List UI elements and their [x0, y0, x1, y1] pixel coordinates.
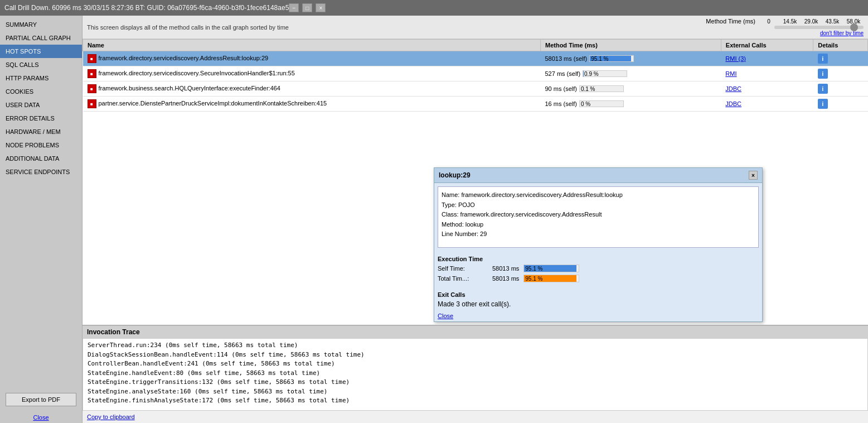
- table-row[interactable]: ■framework.directory.servicediscovery.Se…: [83, 66, 868, 81]
- maximize-button[interactable]: □: [302, 3, 312, 12]
- description-text: This screen displays all of the method c…: [87, 24, 706, 31]
- filter-link[interactable]: don't filter by time: [820, 30, 864, 36]
- row-time-text: 16 ms (self): [545, 100, 576, 107]
- popup-title: lookup:29: [439, 171, 471, 179]
- popup-execution-title: Execution Time: [438, 256, 759, 262]
- col-name: Name: [83, 40, 541, 51]
- row-pct-bar-bg: 95.1 %: [589, 55, 634, 62]
- row-name-cell: ■framework.directory.servicediscovery.Ad…: [83, 51, 541, 66]
- row-name-text: partner.service.DienstePartnerDruckServi…: [99, 100, 327, 107]
- popup-exit-section: Exit Calls Made 3 other exit call(s).: [434, 287, 762, 310]
- row-name-cell: ■partner.service.DienstePartnerDruckServ…: [83, 97, 541, 112]
- popup-self-time-label: Self Time:: [438, 265, 488, 272]
- table-row[interactable]: ■framework.directory.servicediscovery.Ad…: [83, 51, 868, 66]
- popup-self-time-pct: 95.1 %: [525, 266, 542, 272]
- row-name-cell: ■framework.business.search.HQLQueryInter…: [83, 81, 541, 97]
- popup-exit-calls-title: Exit Calls: [438, 291, 759, 298]
- popup-exit-calls-text: Made 3 other exit call(s).: [438, 300, 759, 308]
- row-method-time-cell: 90 ms (self)0.1 %: [540, 81, 721, 97]
- trace-line: StateEngine.analyseState:160 (0ms self t…: [88, 387, 863, 397]
- trace-content[interactable]: ServerThread.run:234 (0ms self time, 586…: [83, 338, 868, 411]
- popup-info-line: Class: framework.directory.servicediscov…: [442, 210, 755, 220]
- row-external-cell: JDBC: [721, 97, 813, 112]
- trace-line: StateEngine.handleEvent:80 (0ms self tim…: [88, 369, 863, 378]
- popup-title-bar: lookup:29 ×: [434, 168, 762, 183]
- copy-clipboard-link[interactable]: Copy to clipboard: [87, 414, 135, 420]
- row-pct-text: 0.9 %: [584, 71, 599, 78]
- popup-info-box: Name: framework.directory.servicediscove…: [438, 186, 759, 248]
- popup-total-time-value: 58013 ms: [492, 275, 519, 282]
- popup-self-time-row: Self Time: 58013 ms 95.1 %: [438, 265, 759, 272]
- info-button[interactable]: i: [818, 99, 828, 109]
- row-name-cell: ■framework.directory.servicediscovery.Se…: [83, 66, 541, 81]
- popup-self-time-value: 58013 ms: [492, 265, 519, 272]
- sidebar-item-user-data[interactable]: USER DATA: [0, 98, 82, 112]
- popup-info-lines: Name: framework.directory.servicediscove…: [442, 190, 755, 239]
- sidebar-items: SUMMARYPARTIAL CALL GRAPHHOT SPOTSSQL CA…: [0, 18, 82, 179]
- slider-thumb[interactable]: [850, 23, 858, 31]
- tick-2: 29.0k: [801, 18, 821, 25]
- sidebar-item-summary[interactable]: SUMMARY: [0, 18, 82, 31]
- methods-table: Name Method Time (ms) External Calls Det…: [83, 39, 868, 112]
- row-method-time-cell: 16 ms (self)0 %: [540, 97, 721, 112]
- sidebar-item-hardware-mem[interactable]: HARDWARE / MEM: [0, 125, 82, 138]
- sidebar-item-additional-data[interactable]: ADDITIONAL DATA: [0, 152, 82, 165]
- minimize-button[interactable]: −: [289, 3, 299, 12]
- sidebar-item-node-problems[interactable]: NODE PROBLEMS: [0, 138, 82, 152]
- popup-total-time-pct: 95.1 %: [525, 276, 542, 282]
- popup-close-link[interactable]: Close: [434, 310, 457, 321]
- trace-line: StateEngine.finishAnalyseState:172 (0ms …: [88, 396, 863, 406]
- row-pct-bar-bg: 0.1 %: [579, 85, 624, 92]
- row-pct-text: 0.1 %: [581, 86, 595, 93]
- sidebar-item-partial-call-graph[interactable]: PARTIAL CALL GRAPH: [0, 31, 82, 45]
- popup-detail: lookup:29 × Name: framework.directory.se…: [434, 167, 763, 322]
- info-button[interactable]: i: [818, 54, 828, 64]
- col-external-calls: External Calls: [721, 40, 813, 51]
- row-method-time-cell: 527 ms (self)0.9 %: [540, 66, 721, 81]
- trace-line: ControllerBean.handleEvent:241 (0ms self…: [88, 359, 863, 369]
- row-external-link[interactable]: JDBC: [725, 100, 741, 107]
- popup-info-line: Method: lookup: [442, 220, 755, 230]
- sidebar-item-cookies[interactable]: COOKIES: [0, 85, 82, 98]
- trace-line: ServerThread.run:234 (0ms self time, 586…: [88, 341, 863, 350]
- col-details: Details: [813, 40, 868, 51]
- slider-labels: Method Time (ms) 0 14.5k 29.0k 43.5k 58.…: [706, 18, 864, 25]
- sidebar-item-error-details[interactable]: ERROR DETAILS: [0, 112, 82, 125]
- sidebar-item-http-params[interactable]: HTTP PARAMS: [0, 71, 82, 85]
- sidebar: SUMMARYPARTIAL CALL GRAPHHOT SPOTSSQL CA…: [0, 16, 83, 423]
- close-link[interactable]: Close: [0, 412, 82, 423]
- table-row[interactable]: ■partner.service.DienstePartnerDruckServ…: [83, 97, 868, 112]
- popup-total-time-label: Total Tim...:: [438, 275, 488, 282]
- row-name-text: framework.directory.servicediscovery.Add…: [99, 55, 269, 61]
- row-details-cell: i: [813, 66, 868, 81]
- row-external-link[interactable]: JDBC: [725, 85, 741, 92]
- table-row[interactable]: ■framework.business.search.HQLQueryInter…: [83, 81, 868, 97]
- popup-total-time-bar: 95.1 %: [523, 275, 579, 282]
- table-area: Name Method Time (ms) External Calls Det…: [83, 39, 868, 325]
- title-bar: Call Drill Down. 60996 ms 30/03/15 8:27:…: [0, 0, 868, 16]
- info-button[interactable]: i: [818, 69, 828, 79]
- info-button[interactable]: i: [818, 84, 828, 94]
- row-name-text: framework.business.search.HQLQueryInterf…: [99, 85, 281, 92]
- export-pdf-button[interactable]: Export to PDF: [6, 393, 76, 406]
- row-details-cell: i: [813, 51, 868, 66]
- row-details-cell: i: [813, 97, 868, 112]
- popup-close-button[interactable]: ×: [749, 171, 758, 180]
- trace-line: StateEngine.triggerTransitions:132 (0ms …: [88, 378, 863, 387]
- sidebar-item-sql-calls[interactable]: SQL CALLS: [0, 58, 82, 71]
- row-external-link[interactable]: RMI: [725, 70, 736, 77]
- sidebar-item-hot-spots[interactable]: HOT SPOTS: [0, 45, 82, 58]
- popup-execution-section: Execution Time Self Time: 58013 ms 95.1 …: [434, 251, 762, 287]
- method-time-header: This screen displays all of the method c…: [83, 16, 868, 39]
- row-pct-bar-bg: 0 %: [579, 100, 624, 107]
- row-external-link[interactable]: RMI (3): [725, 55, 746, 62]
- close-window-button[interactable]: ×: [316, 3, 326, 12]
- sidebar-item-service-endpoints[interactable]: SERVICE ENDPOINTS: [0, 165, 82, 179]
- slider-track[interactable]: [774, 26, 864, 29]
- title-bar-controls: − □ ×: [289, 3, 326, 12]
- row-external-cell: RMI: [721, 66, 813, 81]
- row-time-text: 90 ms (self): [545, 85, 576, 92]
- popup-total-time-row: Total Tim...: 58013 ms 95.1 %: [438, 275, 759, 282]
- slider-area: Method Time (ms) 0 14.5k 29.0k 43.5k 58.…: [706, 18, 864, 36]
- row-pct-text: 0 %: [581, 101, 590, 108]
